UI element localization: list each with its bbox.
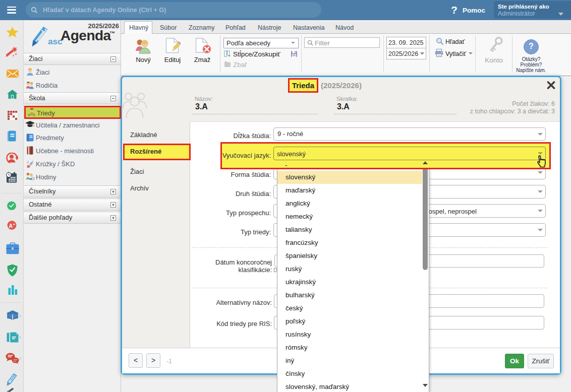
svg-text:A: A bbox=[9, 223, 13, 229]
svg-text:+: + bbox=[13, 222, 16, 227]
